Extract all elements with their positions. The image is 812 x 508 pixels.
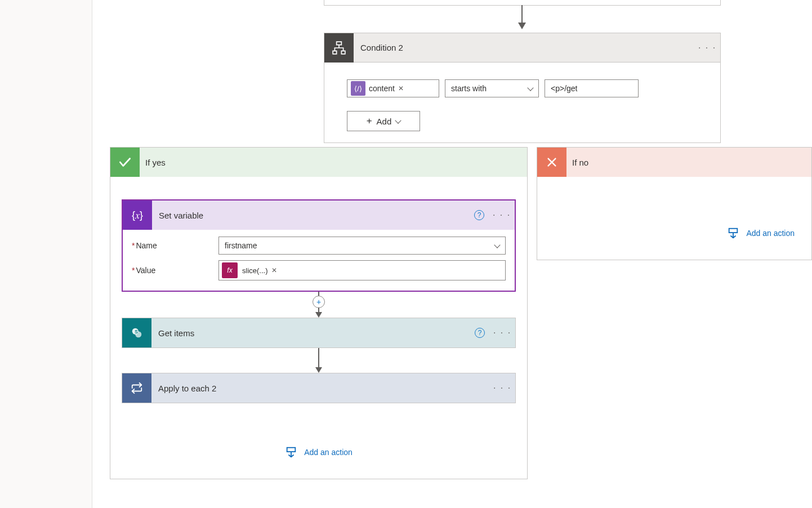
- arrow-head-icon: [315, 367, 322, 373]
- svg-rect-0: [337, 42, 342, 44]
- condition-body: ⟨/⟩ content ✕ starts with <p>/get + Add: [324, 63, 720, 142]
- condition-operator-label: starts with: [451, 84, 487, 93]
- sharepoint-icon: S: [122, 318, 151, 347]
- value-input[interactable]: fx slice(...) ✕: [218, 260, 506, 280]
- connector-with-insert: +: [313, 292, 325, 318]
- add-action-button-no[interactable]: Add an action: [727, 221, 795, 245]
- condition-operator-dropdown[interactable]: starts with: [445, 79, 539, 97]
- if-no-body: Add an action: [537, 177, 811, 260]
- svg-rect-1: [333, 51, 337, 54]
- apply-to-each-menu-button[interactable]: · · ·: [489, 383, 515, 393]
- value-label: *Value: [132, 266, 218, 275]
- plus-icon: +: [367, 115, 372, 127]
- if-yes-header[interactable]: If yes: [110, 148, 527, 177]
- add-action-label: Add an action: [304, 448, 353, 457]
- variable-icon: {𝑥}: [123, 200, 152, 230]
- check-icon: [110, 148, 140, 177]
- condition-title[interactable]: Condition 2: [354, 43, 694, 52]
- connector-arrow: [315, 348, 322, 373]
- help-icon: ?: [474, 210, 484, 220]
- svg-rect-6: [287, 448, 296, 452]
- arrow-head-icon: [315, 312, 322, 318]
- condition-icon: [324, 33, 354, 63]
- apply-to-each-header[interactable]: Apply to each 2 · · ·: [122, 373, 515, 403]
- help-icon: ?: [475, 328, 485, 338]
- set-variable-body: *Name firstname *Value fx slice(...): [123, 230, 515, 291]
- if-no-branch: If no Add an action: [537, 147, 812, 260]
- svg-text:S: S: [135, 329, 138, 335]
- condition-left-operand[interactable]: ⟨/⟩ content ✕: [347, 79, 439, 97]
- fx-token[interactable]: fx slice(...) ✕: [222, 262, 280, 278]
- condition-add-button[interactable]: + Add: [347, 111, 420, 131]
- content-token-label: content: [369, 84, 395, 93]
- if-yes-branch: If yes {𝑥} Set variable ? · · · *Name: [110, 147, 528, 479]
- loop-icon: [122, 373, 151, 403]
- name-row: *Name firstname: [132, 237, 506, 255]
- svg-rect-10: [729, 229, 738, 233]
- left-panel-edge: [0, 0, 92, 508]
- fx-token-label: slice(...): [242, 266, 268, 275]
- x-icon: [537, 148, 566, 177]
- if-no-header[interactable]: If no: [537, 148, 811, 177]
- set-variable-header[interactable]: {𝑥} Set variable ? · · ·: [123, 200, 515, 230]
- set-variable-card[interactable]: {𝑥} Set variable ? · · · *Name firstname: [122, 199, 516, 292]
- connector-arrow-head: [518, 23, 526, 29]
- remove-fx-button[interactable]: ✕: [271, 266, 277, 274]
- condition-header[interactable]: Condition 2 · · ·: [324, 33, 720, 63]
- condition-menu-button[interactable]: · · ·: [694, 43, 720, 53]
- fx-icon: fx: [222, 262, 238, 278]
- get-items-card[interactable]: S Get items ? · · ·: [122, 318, 516, 348]
- if-yes-body: {𝑥} Set variable ? · · · *Name firstname: [110, 177, 527, 479]
- add-action-label: Add an action: [746, 229, 795, 238]
- value-row: *Value fx slice(...) ✕: [132, 260, 506, 280]
- apply-to-each-card[interactable]: Apply to each 2 · · ·: [122, 373, 516, 403]
- set-variable-menu-button[interactable]: · · ·: [489, 210, 515, 220]
- help-button[interactable]: ?: [470, 328, 489, 338]
- condition-value-text: <p>/get: [551, 84, 578, 93]
- set-variable-title: Set variable: [152, 211, 470, 220]
- get-items-header[interactable]: S Get items ? · · ·: [122, 318, 515, 347]
- if-yes-label: If yes: [140, 158, 166, 167]
- chevron-down-icon: [395, 117, 401, 123]
- connector-arrow-line: [521, 5, 523, 23]
- name-label: *Name: [132, 241, 218, 250]
- chevron-down-icon: [494, 242, 500, 248]
- chevron-down-icon: [527, 84, 533, 91]
- insert-step-button[interactable]: +: [313, 296, 325, 308]
- svg-rect-2: [341, 51, 345, 54]
- add-action-button-yes[interactable]: Add an action: [285, 440, 353, 464]
- remove-token-button[interactable]: ✕: [398, 84, 404, 92]
- name-value: firstname: [225, 241, 257, 250]
- flow-canvas[interactable]: Condition 2 · · · ⟨/⟩ content ✕ starts w…: [0, 0, 812, 508]
- add-action-icon: [285, 446, 297, 458]
- name-dropdown[interactable]: firstname: [218, 237, 506, 255]
- add-button-label: Add: [377, 117, 392, 126]
- add-action-icon: [727, 227, 739, 239]
- apply-to-each-title: Apply to each 2: [151, 384, 489, 393]
- condition-value-input[interactable]: <p>/get: [545, 79, 639, 97]
- condition-card[interactable]: Condition 2 · · · ⟨/⟩ content ✕ starts w…: [324, 33, 721, 143]
- get-items-menu-button[interactable]: · · ·: [489, 328, 515, 338]
- help-button[interactable]: ?: [470, 210, 489, 220]
- get-items-title: Get items: [151, 328, 470, 338]
- content-token-icon: ⟨/⟩: [351, 81, 365, 96]
- if-no-label: If no: [566, 158, 588, 167]
